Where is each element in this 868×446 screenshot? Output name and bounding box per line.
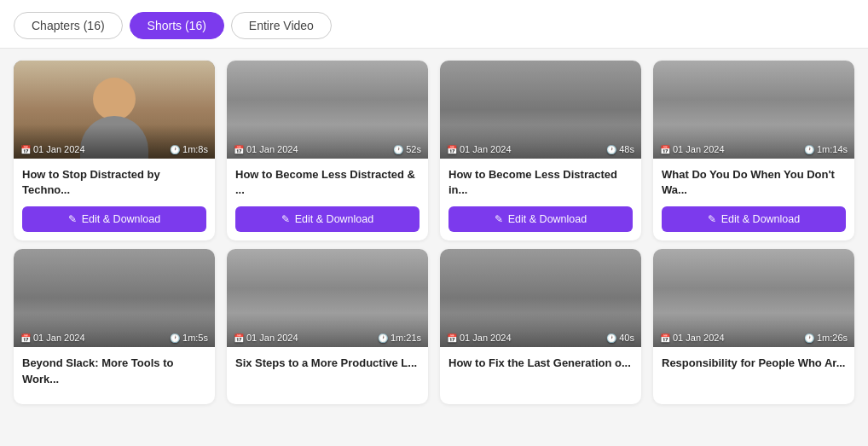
card-date-8: 📅 01 Jan 2024 <box>660 333 725 343</box>
card-duration-8: 🕐 1m:26s <box>804 333 848 343</box>
card-thumb-1: 📅 01 Jan 2024 🕐 1m:8s <box>14 61 215 159</box>
edit-icon-3: ✎ <box>495 213 503 225</box>
card-body-3: How to Become Less Distracted in... ✎ Ed… <box>440 159 641 240</box>
tab-chapters[interactable]: Chapters (16) <box>14 12 123 39</box>
edit-download-button-4[interactable]: ✎ Edit & Download <box>662 206 846 232</box>
video-card-1: 📅 01 Jan 2024 🕐 1m:8s How to Stop Distra… <box>14 61 215 240</box>
tabs-bar: Chapters (16) Shorts (16) Entire Video <box>0 0 868 49</box>
calendar-icon-5: 📅 <box>20 333 31 343</box>
clock-icon-3: 🕐 <box>606 145 616 154</box>
card-duration-6: 🕐 1m:21s <box>378 333 421 343</box>
card-thumb-5: 📅 01 Jan 2024 🕐 1m:5s <box>14 249 215 347</box>
card-duration-3: 🕐 48s <box>606 144 634 154</box>
calendar-icon-3: 📅 <box>447 145 457 154</box>
card-body-5: Beyond Slack: More Tools to Work... <box>14 347 215 403</box>
card-body-1: How to Stop Distracted by Techno... ✎ Ed… <box>14 159 215 240</box>
card-thumb-3: 📅 01 Jan 2024 🕐 48s <box>440 61 641 159</box>
clock-icon-5: 🕐 <box>170 333 180 343</box>
edit-download-button-3[interactable]: ✎ Edit & Download <box>448 206 633 232</box>
edit-download-button-1[interactable]: ✎ Edit & Download <box>22 206 206 232</box>
card-thumb-4: 📅 01 Jan 2024 🕐 1m:14s <box>653 61 854 159</box>
card-body-2: How to Become Less Distracted & ... ✎ Ed… <box>227 159 428 240</box>
card-date-7: 📅 01 Jan 2024 <box>447 333 512 343</box>
card-duration-5: 🕐 1m:5s <box>170 333 208 343</box>
card-title-1: How to Stop Distracted by Techno... <box>22 167 206 198</box>
video-card-4: 📅 01 Jan 2024 🕐 1m:14s What Do You Do Wh… <box>653 61 854 240</box>
card-body-8: Responsibility for People Who Ar... <box>653 347 854 403</box>
calendar-icon-6: 📅 <box>234 333 244 343</box>
calendar-icon-8: 📅 <box>660 333 670 343</box>
clock-icon-7: 🕐 <box>606 333 616 343</box>
thumb-meta-3: 📅 01 Jan 2024 🕐 48s <box>440 144 641 154</box>
video-card-6: 📅 01 Jan 2024 🕐 1m:21s Six Steps to a Mo… <box>227 249 428 403</box>
person-head <box>93 78 136 120</box>
card-duration-7: 🕐 40s <box>606 333 634 343</box>
card-date-2: 📅 01 Jan 2024 <box>234 144 298 154</box>
card-thumb-7: 📅 01 Jan 2024 🕐 40s <box>440 249 641 347</box>
video-card-8: 📅 01 Jan 2024 🕐 1m:26s Responsibility fo… <box>653 249 854 403</box>
tab-entire-video[interactable]: Entire Video <box>231 12 332 39</box>
calendar-icon-1: 📅 <box>20 145 31 154</box>
card-duration-1: 🕐 1m:8s <box>170 144 208 154</box>
thumb-meta-6: 📅 01 Jan 2024 🕐 1m:21s <box>227 333 428 343</box>
card-thumb-8: 📅 01 Jan 2024 🕐 1m:26s <box>653 249 854 347</box>
card-thumb-2: 📅 01 Jan 2024 🕐 52s <box>227 61 428 159</box>
card-date-5: 📅 01 Jan 2024 <box>20 333 85 343</box>
card-body-4: What Do You Do When You Don't Wa... ✎ Ed… <box>653 159 854 240</box>
clock-icon-8: 🕐 <box>804 333 814 343</box>
card-title-2: How to Become Less Distracted & ... <box>235 167 420 198</box>
video-card-5: 📅 01 Jan 2024 🕐 1m:5s Beyond Slack: More… <box>14 249 215 403</box>
card-body-6: Six Steps to a More Productive L... <box>227 347 428 403</box>
card-date-3: 📅 01 Jan 2024 <box>447 144 512 154</box>
calendar-icon-7: 📅 <box>447 333 457 343</box>
card-duration-4: 🕐 1m:14s <box>804 144 848 154</box>
thumb-meta-2: 📅 01 Jan 2024 🕐 52s <box>227 144 428 154</box>
card-date-6: 📅 01 Jan 2024 <box>234 333 298 343</box>
clock-icon-2: 🕐 <box>393 145 403 154</box>
card-title-7: How to Fix the Last Generation o... <box>448 356 633 386</box>
card-date-4: 📅 01 Jan 2024 <box>660 144 725 154</box>
card-body-7: How to Fix the Last Generation o... <box>440 347 641 403</box>
card-title-8: Responsibility for People Who Ar... <box>662 356 846 386</box>
card-date-1: 📅 01 Jan 2024 <box>20 144 85 154</box>
thumb-meta-7: 📅 01 Jan 2024 🕐 40s <box>440 333 641 343</box>
card-title-3: How to Become Less Distracted in... <box>448 167 633 198</box>
video-card-2: 📅 01 Jan 2024 🕐 52s How to Become Less D… <box>227 61 428 240</box>
card-duration-2: 🕐 52s <box>393 144 421 154</box>
clock-icon-6: 🕐 <box>378 333 388 343</box>
edit-download-button-2[interactable]: ✎ Edit & Download <box>235 206 420 232</box>
clock-icon-4: 🕐 <box>804 145 814 154</box>
card-thumb-6: 📅 01 Jan 2024 🕐 1m:21s <box>227 249 428 347</box>
video-card-7: 📅 01 Jan 2024 🕐 40s How to Fix the Last … <box>440 249 641 403</box>
card-title-6: Six Steps to a More Productive L... <box>235 356 420 386</box>
clock-icon-1: 🕐 <box>170 145 180 154</box>
cards-grid-row1: 📅 01 Jan 2024 🕐 1m:8s How to Stop Distra… <box>0 49 868 252</box>
card-title-5: Beyond Slack: More Tools to Work... <box>22 356 206 386</box>
thumb-meta-8: 📅 01 Jan 2024 🕐 1m:26s <box>653 333 854 343</box>
card-title-4: What Do You Do When You Don't Wa... <box>662 167 846 198</box>
tab-shorts[interactable]: Shorts (16) <box>130 12 224 39</box>
calendar-icon-2: 📅 <box>234 145 244 154</box>
thumb-meta-1: 📅 01 Jan 2024 🕐 1m:8s <box>14 144 215 154</box>
video-card-3: 📅 01 Jan 2024 🕐 48s How to Become Less D… <box>440 61 641 240</box>
edit-icon-4: ✎ <box>708 213 716 225</box>
edit-icon-1: ✎ <box>68 213 77 225</box>
thumb-meta-4: 📅 01 Jan 2024 🕐 1m:14s <box>653 144 854 154</box>
cards-grid-row2: 📅 01 Jan 2024 🕐 1m:5s Beyond Slack: More… <box>0 249 868 415</box>
thumb-meta-5: 📅 01 Jan 2024 🕐 1m:5s <box>14 333 215 343</box>
edit-icon-2: ✎ <box>281 213 290 225</box>
calendar-icon-4: 📅 <box>660 145 670 154</box>
